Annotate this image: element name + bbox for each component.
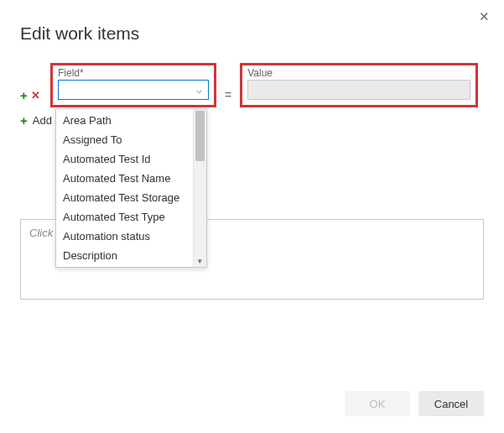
dropdown-item[interactable]: Automated Test Storage	[56, 188, 193, 207]
close-icon[interactable]: ✕	[475, 8, 492, 25]
edit-work-items-dialog: ✕ Edit work items + ✕ Field* ⌵ = Value	[0, 0, 504, 433]
value-label: Value	[247, 67, 470, 79]
equals-operator: =	[216, 88, 240, 107]
clause-row: + ✕ Field* ⌵ = Value	[20, 67, 504, 107]
field-dropdown: Area Path Assigned To Automated Test Id …	[55, 108, 207, 268]
chevron-down-icon[interactable]: ⌵	[190, 85, 208, 96]
ok-button[interactable]: OK	[345, 391, 410, 416]
dropdown-item[interactable]: Automated Test Id	[56, 149, 193, 169]
dropdown-item[interactable]: Automated Test Name	[56, 169, 193, 188]
dropdown-list: Area Path Assigned To Automated Test Id …	[56, 109, 193, 267]
value-group-highlight: Value	[240, 63, 478, 107]
field-combobox[interactable]: ⌵	[58, 80, 209, 100]
scrollbar-thumb[interactable]	[195, 111, 205, 161]
dropdown-item[interactable]: Automated Test Type	[56, 207, 193, 227]
plus-icon: +	[20, 114, 28, 127]
dropdown-item[interactable]: Area Path	[56, 111, 193, 130]
dropdown-item[interactable]: Automation status	[56, 227, 193, 246]
value-input[interactable]	[247, 80, 470, 100]
remove-clause-icon[interactable]: ✕	[31, 90, 40, 101]
field-group-highlight: Field* ⌵	[50, 63, 216, 107]
add-clause-icon[interactable]: +	[20, 89, 28, 102]
row-actions: + ✕	[20, 89, 50, 107]
field-input[interactable]	[59, 81, 190, 99]
dropdown-item[interactable]: Assigned To	[56, 130, 193, 149]
field-label: Field*	[58, 67, 209, 79]
dropdown-scrollbar[interactable]: ▾	[193, 109, 206, 267]
dialog-title: Edit work items	[0, 0, 504, 44]
clause-rows: + ✕ Field* ⌵ = Value Area Path Assigned …	[0, 67, 504, 107]
cancel-button[interactable]: Cancel	[418, 391, 484, 416]
scroll-down-icon[interactable]: ▾	[194, 257, 206, 265]
dialog-footer: OK Cancel	[345, 391, 484, 416]
dropdown-item[interactable]: Description	[56, 246, 193, 265]
